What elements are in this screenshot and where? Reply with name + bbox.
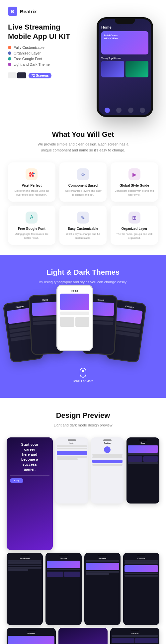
- phone-mockup: Home Build CareerWith a Video Today Top …: [97, 17, 153, 117]
- style-icon: ▶: [128, 168, 140, 180]
- preview-phone-stream-viewer: Live Now: [58, 628, 108, 644]
- feature-item: Light and Dark Theme: [8, 62, 92, 66]
- feature-card-font: A Free Google Font Using google font mak…: [8, 206, 55, 245]
- preview-phone-login: Login: [55, 437, 88, 503]
- style-desc: Consistent design with brand and user st…: [115, 189, 154, 197]
- feature-card-custom: ✎ Easy Customizable 100% easy to change …: [59, 206, 107, 245]
- hero-text: Live StreamingMobile App UI KIT Fully Cu…: [8, 21, 92, 78]
- phone-section-label: Today Top Stream: [101, 57, 148, 59]
- font-icon: A: [26, 212, 38, 224]
- scroll-inner-dot: [82, 370, 84, 372]
- preview-phone-favourite: Favourite: [84, 553, 121, 625]
- themes-title: Light & Dark Themes: [0, 268, 166, 277]
- component-title: Component Based: [63, 184, 103, 187]
- phone-nav-home: [105, 108, 110, 113]
- feature-item: Organized Layer: [8, 51, 92, 55]
- preview-phone-live-now: Live Now: [110, 628, 159, 644]
- feature-list: Fully Customizable Organized Layer Free …: [8, 46, 92, 66]
- phone-cards-row: [101, 61, 148, 77]
- feature-item: Free Google Font: [8, 57, 92, 61]
- pixel-title: Pixel Perfect: [12, 184, 51, 187]
- phone-card-1: [101, 61, 124, 77]
- preview-section: Design Preview Light and dark mode desig…: [0, 398, 166, 644]
- scroll-label: Scroll For More: [73, 379, 93, 383]
- phone-screen: Home Build CareerWith a Video Today Top …: [99, 19, 151, 115]
- layer-icon: ⊞: [128, 212, 140, 224]
- feature-card-layer: ⊞ Organized Layer The file name, groups …: [111, 206, 158, 245]
- feature-item: Fully Customizable: [8, 46, 92, 49]
- hero-title: Live StreamingMobile App UI KIT: [8, 23, 92, 41]
- custom-title: Easy Customizable: [63, 227, 103, 230]
- hero-section: B Beatrix Live StreamingMobile App UI KI…: [0, 0, 166, 117]
- phone-nav-profile: [140, 108, 145, 113]
- phone-home-label: Home: [101, 25, 148, 29]
- preview-phone-wallet: My Wallet: [7, 628, 56, 644]
- what-title: What You Will Get: [8, 130, 158, 139]
- preview-phone-register: Register: [91, 437, 124, 503]
- preview-phone-discover: Discover: [45, 553, 82, 625]
- preview-phone-mostplayed: Most Played: [7, 553, 43, 625]
- screen-thumb-group: [8, 72, 26, 78]
- pixel-desc: Discover and create using an ever multi-…: [12, 189, 51, 197]
- screen-thumb-dark: [17, 72, 26, 78]
- custom-icon: ✎: [77, 212, 89, 224]
- pixel-icon: 🎯: [26, 168, 38, 180]
- preview-phone-home: Home: [126, 437, 159, 503]
- what-section: What You Will Get We provide simple and …: [0, 117, 166, 255]
- phone-banner: Build CareerWith a Video: [101, 31, 148, 54]
- phone-notch: [115, 19, 135, 24]
- feature-card-style: ▶ Global Style Guide Consistent design w…: [111, 162, 158, 202]
- theme-phone-3: Home: [56, 285, 93, 351]
- custom-desc: 100% easy to change and full customizabl…: [63, 232, 103, 240]
- brand-row: B Beatrix: [8, 7, 158, 16]
- font-title: Free Google Font: [12, 227, 51, 230]
- font-desc: Using google font makes the better resul…: [12, 232, 51, 240]
- feature-card-pixel: 🎯 Pixel Perfect Discover and create usin…: [8, 162, 55, 202]
- screen-thumb-light: [8, 72, 17, 78]
- phone-nav-discover: [116, 108, 122, 113]
- what-subtitle: We provide simple and clean design. Each…: [33, 141, 133, 153]
- preview-title: Design Preview: [7, 411, 159, 420]
- phone-card-2: [125, 61, 148, 77]
- screen-count-badge: 72 Screens: [29, 73, 51, 78]
- features-grid: 🎯 Pixel Perfect Discover and create usin…: [8, 162, 158, 245]
- scroll-indicator: Scroll For More: [0, 368, 166, 388]
- scroll-dot: [80, 368, 86, 378]
- themes-phones: Discover Home: [3, 295, 163, 361]
- hero-content: Live StreamingMobile App UI KIT Fully Cu…: [8, 21, 158, 117]
- preview-row-3: My Wallet Live Now Live Now: [7, 628, 159, 644]
- phone-nav: [101, 106, 148, 113]
- layer-title: Organized Layer: [115, 227, 154, 230]
- preview-big-phone: Start yourcareerhere andbecome asuccessg…: [7, 437, 53, 550]
- feature-card-component: ⚙ Component Based Well organized layers …: [59, 162, 107, 202]
- phone-banner-text: Build CareerWith a Video: [101, 31, 148, 43]
- brand-logo: B: [8, 7, 17, 16]
- brand-name: Beatrix: [20, 9, 37, 14]
- preview-phone-channels: Channels: [123, 553, 159, 625]
- preview-row-2: Most Played Discover: [7, 553, 159, 625]
- preview-subtitle: Light and dark mode design preview: [33, 422, 133, 428]
- component-icon: ⚙: [77, 168, 89, 180]
- component-desc: Well organized layers and easy to change…: [63, 189, 103, 197]
- style-title: Global Style Guide: [115, 184, 154, 187]
- themes-section: Light & Dark Themes By using typography …: [0, 255, 166, 398]
- screen-count-row: 72 Screens: [8, 72, 92, 78]
- play-button[interactable]: ▶ Play: [10, 478, 23, 483]
- hero-phone: Home Build CareerWith a Video Today Top …: [92, 17, 158, 117]
- layer-desc: The file name, groups and well organized…: [115, 232, 154, 240]
- phone-nav-favourite: [128, 108, 133, 113]
